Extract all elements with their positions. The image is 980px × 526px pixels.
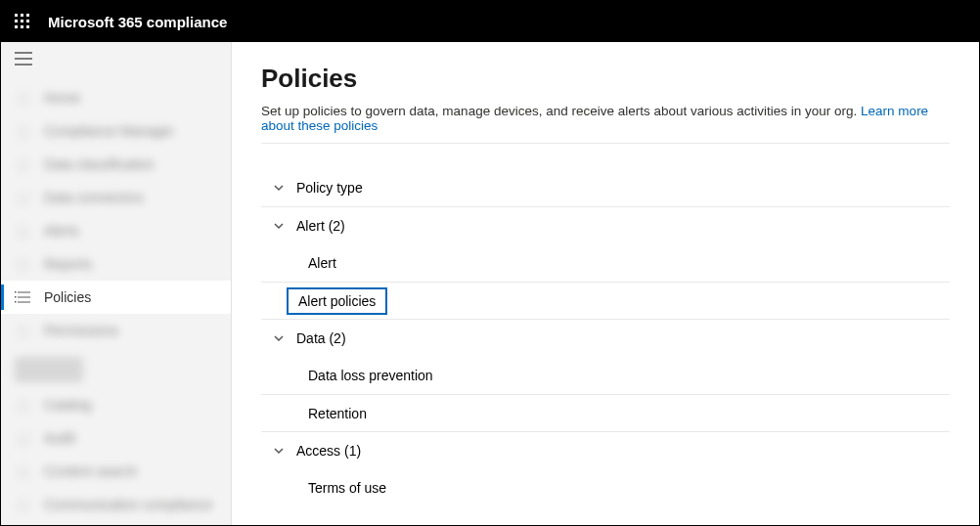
sidebar-item[interactable]: ⬚Catalog	[1, 388, 231, 421]
group-access: Access (1) Terms of use	[261, 432, 950, 506]
svg-rect-16	[15, 296, 17, 298]
app-launcher-icon[interactable]	[9, 8, 36, 35]
svg-rect-6	[15, 25, 18, 28]
sidebar-item-label: Communication compliance	[44, 497, 212, 512]
sidebar-item[interactable]: ⬚Home	[1, 81, 231, 114]
sidebar-item-label: Alerts	[44, 223, 79, 239]
group-header-label: Data (2)	[296, 330, 346, 346]
nav-icon: ⬚	[13, 121, 32, 141]
sidebar-item[interactable]: ⬚Reports	[1, 247, 231, 281]
svg-rect-17	[15, 301, 17, 303]
svg-rect-2	[26, 14, 29, 17]
group-header[interactable]: Policy type	[261, 169, 950, 206]
nav-icon: ⬚	[13, 254, 32, 274]
group-item-label: Retention	[298, 402, 377, 425]
chevron-down-icon	[269, 445, 289, 457]
sidebar-item-label: Reports	[44, 256, 92, 272]
sidebar-item[interactable]: ⬚Permissions	[1, 314, 231, 347]
chevron-down-icon	[269, 220, 289, 232]
sidebar-item[interactable]: ⬚Data connectors	[1, 181, 231, 214]
group-item-terms[interactable]: Terms of use	[261, 469, 950, 506]
nav-icon: ⬚	[13, 428, 32, 448]
group-data: Data (2) Data loss prevention Retention	[261, 320, 950, 432]
group-header-label: Alert (2)	[296, 218, 345, 234]
group-header-label: Policy type	[296, 180, 363, 196]
group-item-label: Alert policies	[287, 287, 387, 315]
svg-rect-5	[26, 20, 29, 22]
sidebar-item[interactable]: ⬚Content search	[1, 455, 231, 488]
sidebar-item-label: Content search	[44, 463, 137, 479]
sidebar-item[interactable]: ⬚Communication compliance	[1, 488, 231, 521]
sidebar-item-label: Home	[44, 90, 80, 106]
group-item-retention[interactable]: Retention	[261, 394, 950, 431]
svg-rect-4	[21, 20, 23, 22]
nav-icon: ⬚	[13, 88, 32, 108]
sidebar-item-label: Catalog	[44, 397, 91, 413]
top-bar: Microsoft 365 compliance	[1, 1, 979, 42]
page-subtitle-text: Set up policies to govern data, manage d…	[261, 104, 861, 118]
group-item-alert-policies[interactable]: Alert policies	[261, 282, 950, 319]
policies-icon	[13, 287, 32, 307]
svg-rect-8	[26, 25, 29, 28]
nav-list-solutions: ⬚Catalog ⬚Audit ⬚Content search ⬚Communi…	[1, 388, 231, 521]
sidebar-item-label: Data connectors	[44, 190, 144, 205]
nav-icon: ⬚	[13, 154, 32, 174]
svg-rect-7	[21, 25, 23, 28]
sidebar-item[interactable]: ⬚Data classification	[1, 148, 231, 181]
sidebar-section-header	[15, 357, 83, 382]
sidebar-item[interactable]: ⬚Audit	[1, 421, 231, 455]
sidebar-item-label: Data classification	[44, 156, 155, 172]
chevron-down-icon	[269, 182, 289, 194]
sidebar-item-label: Audit	[44, 430, 75, 446]
svg-rect-0	[15, 14, 18, 17]
nav-icon: ⬚	[13, 321, 32, 340]
group-header-label: Access (1)	[296, 443, 361, 459]
sidebar-item[interactable]: ⬚Compliance Manager	[1, 114, 231, 148]
hamburger-icon[interactable]	[1, 42, 231, 79]
sidebar-item-policies[interactable]: Policies	[1, 281, 231, 314]
group-header[interactable]: Data (2)	[261, 320, 950, 357]
nav-icon: ⬚	[13, 188, 32, 207]
svg-rect-3	[15, 20, 18, 22]
nav-list: ⬚Home ⬚Compliance Manager ⬚Data classifi…	[1, 81, 231, 347]
nav-icon: ⬚	[13, 395, 32, 415]
group-policy-type: Policy type	[261, 169, 950, 207]
sidebar: ⬚Home ⬚Compliance Manager ⬚Data classifi…	[1, 42, 232, 525]
group-header[interactable]: Alert (2)	[261, 207, 950, 244]
main-content: Policies Set up policies to govern data,…	[232, 42, 979, 525]
sidebar-item-label: Permissions	[44, 323, 118, 338]
group-item-label: Alert	[298, 251, 346, 275]
group-alert: Alert (2) Alert Alert policies	[261, 207, 950, 320]
page-subtitle: Set up policies to govern data, manage d…	[261, 104, 950, 133]
chevron-down-icon	[269, 332, 289, 344]
app-title: Microsoft 365 compliance	[48, 14, 227, 30]
svg-rect-1	[21, 14, 23, 17]
group-item-label: Data loss prevention	[298, 364, 443, 387]
nav-icon: ⬚	[13, 461, 32, 481]
group-header[interactable]: Access (1)	[261, 432, 950, 469]
sidebar-item-label: Policies	[44, 289, 91, 305]
sidebar-item[interactable]: ⬚Alerts	[1, 214, 231, 247]
group-item-alert[interactable]: Alert	[261, 244, 950, 282]
svg-rect-15	[15, 291, 17, 293]
sidebar-item-label: Compliance Manager	[44, 123, 174, 139]
group-item-dlp[interactable]: Data loss prevention	[261, 357, 950, 394]
nav-icon: ⬚	[13, 221, 32, 241]
divider	[261, 143, 950, 144]
group-item-label: Terms of use	[298, 476, 396, 500]
nav-icon: ⬚	[13, 495, 32, 514]
page-title: Policies	[261, 64, 950, 94]
